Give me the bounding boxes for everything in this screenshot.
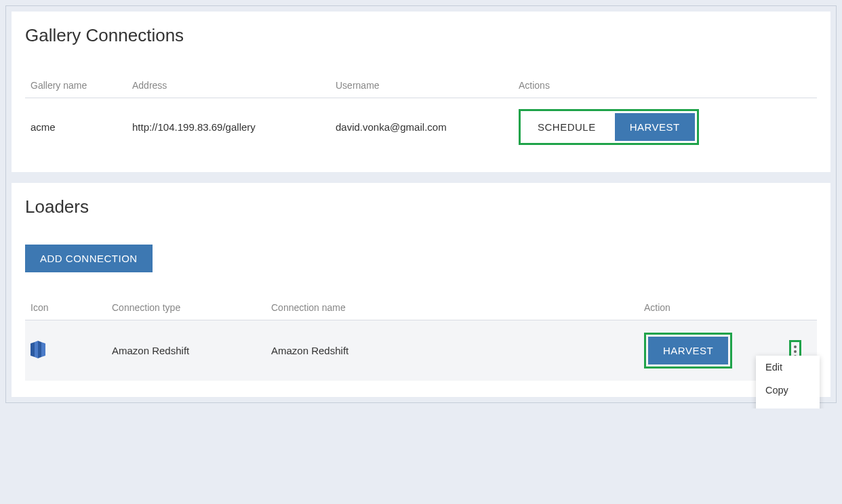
svg-marker-0 (31, 342, 35, 357)
dropdown-edit[interactable]: Edit (756, 356, 820, 379)
col-connection-name: Connection name (266, 295, 639, 320)
dropdown-remove[interactable]: Remove (756, 402, 820, 408)
cell-connection-type: Amazon Redshift (106, 320, 266, 381)
schedule-button[interactable]: SCHEDULE (523, 113, 611, 141)
svg-marker-1 (35, 341, 38, 358)
cell-icon (25, 320, 106, 381)
harvest-button[interactable]: HARVEST (615, 113, 695, 141)
svg-marker-2 (38, 341, 41, 358)
table-row: Amazon Redshift Amazon Redshift HARVEST (25, 320, 817, 381)
gallery-connections-title: Gallery Connections (25, 25, 817, 46)
table-row: acme http://104.199.83.69/gallery david.… (25, 98, 817, 156)
redshift-icon (31, 341, 45, 358)
harvest-button[interactable]: HARVEST (648, 337, 728, 364)
loaders-panel: Loaders ADD CONNECTION Icon Connection t… (12, 183, 830, 397)
col-gallery-name: Gallery name (25, 73, 127, 98)
svg-marker-3 (41, 342, 45, 357)
gallery-connections-table: Gallery name Address Username Actions ac… (25, 73, 817, 156)
page-container: Gallery Connections Gallery name Address… (5, 5, 837, 403)
col-address: Address (127, 73, 330, 98)
loaders-table: Icon Connection type Connection name Act… (25, 295, 817, 381)
actions-dropdown: Edit Copy Remove Schedule Harvest (756, 356, 820, 408)
cell-action: HARVEST Edit Copy Remov (639, 320, 817, 381)
gallery-connections-panel: Gallery Connections Gallery name Address… (12, 12, 830, 172)
dropdown-copy[interactable]: Copy (756, 379, 820, 402)
loaders-title: Loaders (25, 196, 817, 217)
cell-connection-name: Amazon Redshift (266, 320, 639, 381)
cell-address: http://104.199.83.69/gallery (127, 98, 330, 156)
col-actions: Actions (513, 73, 817, 98)
col-action: Action (639, 295, 817, 320)
add-connection-button[interactable]: ADD CONNECTION (25, 245, 153, 272)
cell-actions: SCHEDULE HARVEST (513, 98, 817, 156)
actions-highlight: SCHEDULE HARVEST (519, 109, 699, 145)
cell-username: david.vonka@gmail.com (330, 98, 513, 156)
col-connection-type: Connection type (106, 295, 266, 320)
harvest-highlight: HARVEST (644, 333, 732, 369)
col-username: Username (330, 73, 513, 98)
cell-gallery-name: acme (25, 98, 127, 156)
col-icon: Icon (25, 295, 106, 320)
